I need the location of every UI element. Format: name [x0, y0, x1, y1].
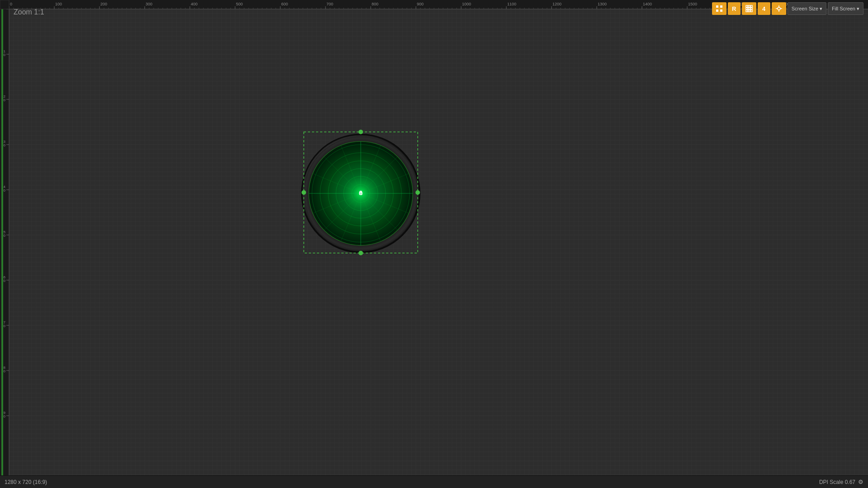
svg-rect-5 [748, 5, 750, 7]
screen-size-dropdown[interactable]: Screen Size ▾ [788, 2, 826, 15]
svg-rect-12 [750, 10, 752, 12]
grid-button[interactable] [742, 2, 756, 15]
svg-rect-6 [750, 5, 752, 7]
canvas-area: Zoom 1:1 R 4 [0, 0, 868, 488]
status-bar: 1280 x 720 (16:9) DPI Scale 0.67 ⚙ [0, 475, 868, 488]
grid-canvas [0, 0, 868, 488]
resolution-label: 1280 x 720 (16:9) [5, 479, 47, 485]
r-button[interactable]: R [728, 2, 741, 15]
svg-rect-8 [748, 8, 750, 9]
svg-point-17 [778, 7, 780, 10]
svg-rect-1 [720, 5, 722, 8]
svg-rect-7 [746, 8, 748, 9]
grid-view-button[interactable] [712, 2, 726, 15]
number-4-button[interactable]: 4 [758, 2, 770, 15]
dpi-scale-label: DPI Scale 0.67 [819, 479, 855, 485]
settings-gear-icon[interactable]: ⚙ [858, 479, 863, 485]
toolbar: R 4 Screen [712, 2, 863, 15]
svg-rect-3 [720, 9, 722, 12]
svg-rect-0 [716, 5, 718, 8]
svg-rect-2 [716, 9, 718, 12]
zoom-label: Zoom 1:1 [14, 8, 44, 16]
svg-rect-10 [746, 10, 748, 12]
ruler-left [0, 9, 9, 488]
status-right: DPI Scale 0.67 ⚙ [819, 479, 863, 485]
svg-rect-9 [750, 8, 752, 9]
crosshair-button[interactable] [772, 2, 786, 15]
fill-screen-dropdown[interactable]: Fill Screen ▾ [828, 2, 863, 15]
svg-rect-11 [748, 10, 750, 12]
svg-rect-4 [746, 5, 748, 7]
